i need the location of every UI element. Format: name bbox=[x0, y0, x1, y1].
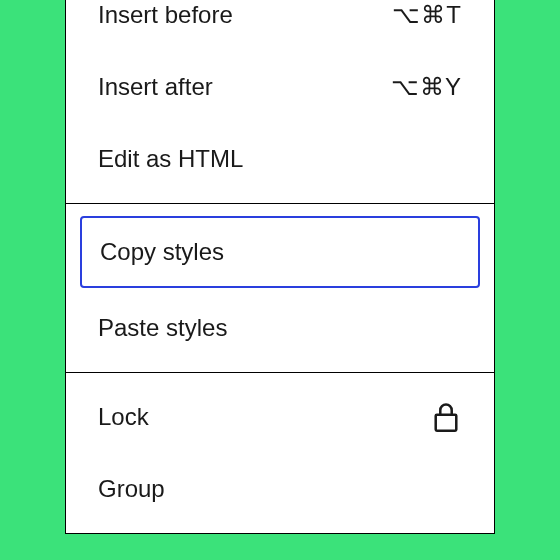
menu-item-paste-styles[interactable]: Paste styles bbox=[66, 292, 494, 364]
menu-item-group[interactable]: Group bbox=[66, 453, 494, 525]
menu-item-insert-before[interactable]: Insert before ⌥⌘T bbox=[66, 0, 494, 51]
menu-item-shortcut: ⌥⌘Y bbox=[391, 73, 462, 101]
menu-item-label: Paste styles bbox=[98, 314, 227, 342]
menu-item-label: Insert after bbox=[98, 73, 213, 101]
menu-section-insert: Insert before ⌥⌘T Insert after ⌥⌘Y Edit … bbox=[66, 0, 494, 204]
context-menu: Insert before ⌥⌘T Insert after ⌥⌘Y Edit … bbox=[65, 0, 495, 534]
menu-item-label: Lock bbox=[98, 403, 149, 431]
menu-item-label: Edit as HTML bbox=[98, 145, 243, 173]
menu-item-lock[interactable]: Lock bbox=[66, 381, 494, 453]
lock-icon bbox=[430, 401, 462, 433]
menu-item-label: Insert before bbox=[98, 1, 233, 29]
menu-item-edit-as-html[interactable]: Edit as HTML bbox=[66, 123, 494, 195]
svg-rect-0 bbox=[436, 415, 457, 431]
menu-item-insert-after[interactable]: Insert after ⌥⌘Y bbox=[66, 51, 494, 123]
menu-item-shortcut: ⌥⌘T bbox=[392, 1, 462, 29]
menu-item-copy-styles[interactable]: Copy styles bbox=[80, 216, 480, 288]
menu-item-label: Copy styles bbox=[100, 238, 224, 266]
menu-section-styles: Copy styles Paste styles bbox=[66, 204, 494, 373]
menu-section-lock-group: Lock Group bbox=[66, 373, 494, 533]
menu-item-label: Group bbox=[98, 475, 165, 503]
